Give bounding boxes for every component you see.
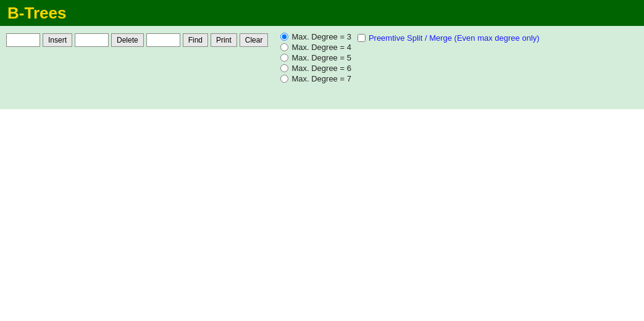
delete-button[interactable]: Delete <box>111 33 144 47</box>
delete-input[interactable] <box>75 33 109 47</box>
radio-row-6: Max. Degree = 6 <box>280 64 351 73</box>
app-title: B-Trees <box>7 4 66 23</box>
print-button[interactable]: Print <box>211 33 237 47</box>
find-input[interactable] <box>146 33 180 47</box>
radio-label-5: Max. Degree = 5 <box>291 53 351 62</box>
radio-label-3: Max. Degree = 3 <box>291 32 351 41</box>
controls-left: Insert Delete Find Print Clear <box>6 31 268 47</box>
radio-degree-7[interactable] <box>280 75 288 83</box>
toolbar: Insert Delete Find Print Clear Max. Degr… <box>0 26 644 109</box>
radio-label-4: Max. Degree = 4 <box>291 43 351 52</box>
degree-radio-group: Max. Degree = 3 Max. Degree = 4 Max. Deg… <box>280 31 351 83</box>
radio-row-3: Max. Degree = 3 <box>280 32 351 41</box>
radio-label-6: Max. Degree = 6 <box>291 64 351 73</box>
radio-degree-6[interactable] <box>280 64 288 72</box>
radio-label-7: Max. Degree = 7 <box>291 74 351 83</box>
clear-button[interactable]: Clear <box>240 33 269 47</box>
radio-degree-3[interactable] <box>280 33 288 41</box>
preemtive-label: Preemtive Split / Merge (Even max degree… <box>369 33 540 43</box>
radio-degree-5[interactable] <box>280 54 288 62</box>
find-button[interactable]: Find <box>183 33 208 47</box>
main-canvas <box>0 109 644 321</box>
radio-row-4: Max. Degree = 4 <box>280 43 351 52</box>
preemtive-checkbox[interactable] <box>358 34 366 42</box>
preemtive-section: Preemtive Split / Merge (Even max degree… <box>358 31 540 43</box>
radio-row-5: Max. Degree = 5 <box>280 53 351 62</box>
insert-button[interactable]: Insert <box>43 33 72 47</box>
app-header: B-Trees <box>0 0 644 26</box>
preemtive-row: Preemtive Split / Merge (Even max degree… <box>358 33 540 43</box>
insert-input[interactable] <box>6 33 40 47</box>
radio-degree-4[interactable] <box>280 43 288 51</box>
radio-row-7: Max. Degree = 7 <box>280 74 351 83</box>
